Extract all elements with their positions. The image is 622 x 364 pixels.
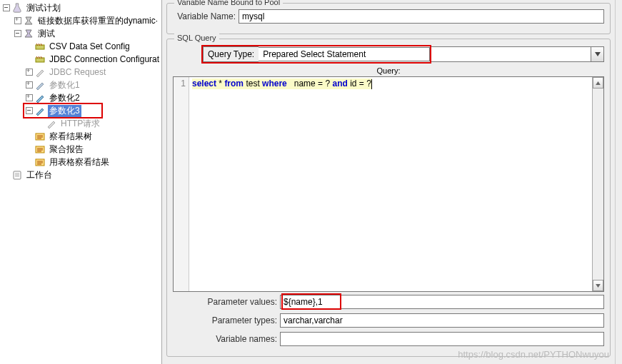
expand-toggle-icon[interactable] [14,17,21,24]
listener-icon [34,156,46,168]
tree-item[interactable]: JDBC Connection Configurat [3,53,161,66]
spacer-icon [26,133,33,140]
tree-label: 测试 [36,28,56,40]
query-type-value[interactable]: Prepared Select Statement [259,47,430,61]
var-names-input[interactable] [280,332,604,346]
tree-label: 工作台 [25,169,54,181]
group-icon [23,15,34,26]
query-label: Query: [173,66,604,75]
line-gutter: 1 [174,77,189,291]
tree-label: 参数化1 [48,79,81,91]
tree-label: CSV Data Set Config [48,41,131,51]
dropdown-spacer [431,47,591,61]
fieldset-title: SQL Query [174,34,219,42]
sampler-icon [34,66,46,78]
tree-item-disabled[interactable]: JDBC Request [3,66,161,79]
tree-panel: 测试计划 链接数据库获得重置的dynamic· 测试 CSV Data Set … [0,0,162,364]
right-strip [615,0,622,364]
scroll-up-icon[interactable] [593,77,603,89]
sql-query-fieldset: SQL Query Query Type: Prepared Select St… [166,39,611,357]
tree-item-disabled[interactable]: HTTP请求 [3,117,161,130]
listener-icon [34,143,46,155]
sampler-icon [34,92,46,103]
workbench-icon [11,169,23,181]
tree-item-disabled[interactable]: 参数化1 [3,79,161,91]
query-type-highlight: Query Type: Prepared Select Statement [201,45,431,64]
expand-toggle-icon[interactable] [26,81,33,89]
expand-toggle-icon[interactable] [14,30,21,37]
parameter-section: Parameter values: Parameter types: Varia… [173,295,604,350]
param-values-label: Parameter values: [173,297,280,307]
main-panel: Variable Name Bound to Pool Variable Nam… [162,0,615,364]
scroll-down-icon[interactable] [593,280,603,291]
param-types-label: Parameter types: [173,315,280,325]
highlight-box [23,103,103,118]
expand-toggle-icon[interactable] [3,4,10,11]
tree-workbench[interactable]: 工作台 [3,168,161,181]
tree-item[interactable]: 用表格察看结果 [3,156,161,168]
config-icon [34,54,46,65]
param-types-input[interactable] [280,313,604,328]
tree-item[interactable]: CSV Data Set Config [3,40,161,53]
tree-label: 参数化2 [48,92,81,104]
var-names-label: Variable names: [173,334,280,344]
tree-label: 察看结果树 [48,131,94,143]
sampler-icon [46,118,57,129]
query-type-dropdown[interactable] [431,46,604,62]
tree-item[interactable]: 聚合报告 [3,143,161,156]
chevron-down-icon[interactable] [591,47,603,61]
spacer-icon [26,43,33,50]
tree-root[interactable]: 测试计划 [3,1,161,14]
query-type-label: Query Type: [203,46,259,62]
editor-content[interactable]: select * from test where name = ? and id… [189,77,592,291]
tree-item[interactable]: 链接数据库获得重置的dynamic· [3,14,161,27]
spacer-icon [26,146,33,153]
fieldset-title: Variable Name Bound to Pool [174,0,283,6]
spacer-icon [26,158,33,166]
expand-toggle-icon[interactable] [26,69,33,76]
spacer-icon [3,171,10,178]
spacer-icon [26,56,33,63]
sql-editor[interactable]: 1 select * from test where name = ? and … [173,76,604,292]
text-cursor [371,79,372,89]
tree-label: 链接数据库获得重置的dynamic· [36,15,159,27]
tree-label: JDBC Request [48,67,107,77]
spacer-icon [37,120,44,127]
sampler-icon [34,79,46,91]
tree-item[interactable]: 测试 [3,27,161,40]
variable-name-input[interactable] [239,9,604,24]
tree-label: JDBC Connection Configurat [48,54,161,64]
tree[interactable]: 测试计划 链接数据库获得重置的dynamic· 测试 CSV Data Set … [0,0,161,181]
variable-name-label: Variable Name: [173,11,239,21]
vertical-scrollbar[interactable] [592,77,603,291]
tree-label: 用表格察看结果 [48,156,111,168]
flask-icon [11,2,23,14]
tree-item[interactable]: 察看结果树 [3,130,161,143]
group-icon [23,28,34,39]
param-values-input[interactable] [280,295,604,309]
tree-label: 测试计划 [25,2,62,14]
expand-toggle-icon[interactable] [26,94,33,101]
tree-label: HTTP请求 [59,118,101,130]
config-icon [34,41,46,52]
tree-label: 聚合报告 [48,143,85,156]
listener-icon [34,131,46,142]
variable-name-fieldset: Variable Name Bound to Pool Variable Nam… [166,3,611,34]
